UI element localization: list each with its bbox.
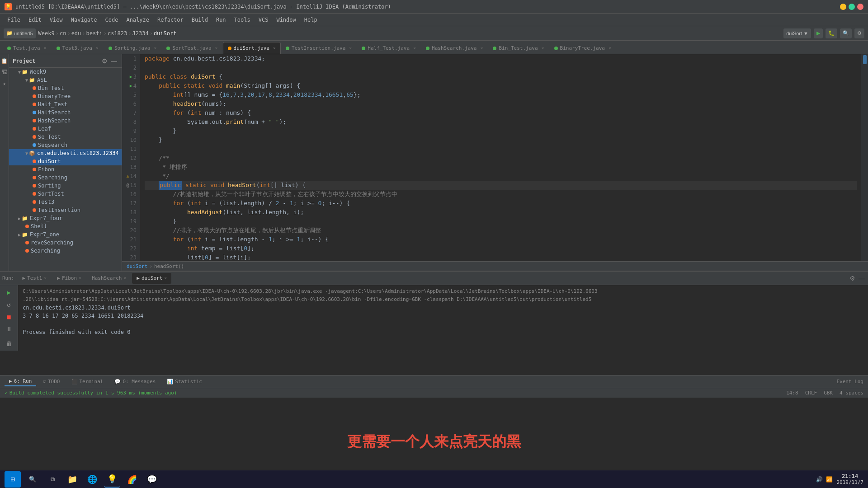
file-charset[interactable]: GBK bbox=[824, 390, 833, 396]
menu-run[interactable]: Run bbox=[212, 15, 230, 25]
tree-item-binarytree[interactable]: BinaryTree bbox=[9, 92, 122, 100]
menu-refactor[interactable]: Refactor bbox=[154, 15, 187, 25]
menu-help[interactable]: Help bbox=[301, 15, 321, 25]
tab-duisort[interactable]: duiSort.java × bbox=[223, 42, 281, 54]
search-button[interactable]: 🔍 bbox=[840, 28, 852, 38]
close-icon[interactable]: × bbox=[349, 46, 352, 51]
minimize-button[interactable] bbox=[840, 4, 846, 10]
run-tab-fibon[interactable]: ▶ Fibon × bbox=[52, 273, 86, 284]
search-taskbar[interactable]: 🔍 bbox=[24, 471, 41, 488]
close-icon[interactable]: × bbox=[542, 46, 544, 51]
tree-item-bintest[interactable]: Bin_Test bbox=[9, 84, 122, 92]
settings-button[interactable]: ⚙ bbox=[854, 28, 864, 38]
sidebar-collapse-button[interactable]: — bbox=[110, 56, 118, 66]
breadcrumb-cs1823[interactable]: cs1823 bbox=[108, 30, 127, 37]
code-editor[interactable]: package cn.edu.besti.cs1823.J2334; publi… bbox=[140, 54, 861, 261]
line-endings[interactable]: CRLF bbox=[805, 390, 817, 396]
tab-sorttest[interactable]: SortTest.java × bbox=[161, 42, 222, 54]
start-button[interactable]: ⊞ bbox=[5, 471, 21, 488]
structure-icon[interactable]: 🏗 bbox=[0, 68, 9, 77]
bottom-tab-messages[interactable]: 💬 0: Messages bbox=[110, 377, 160, 386]
run-tab-close[interactable]: × bbox=[44, 276, 47, 281]
close-icon[interactable]: × bbox=[413, 46, 416, 51]
project-selector[interactable]: 📁 untitled5 bbox=[4, 28, 36, 38]
event-log-link[interactable]: Event Log bbox=[836, 379, 863, 385]
breadcrumb-headsort-method[interactable]: headSort() bbox=[154, 263, 184, 269]
tree-item-test3[interactable]: Test3 bbox=[9, 198, 122, 206]
breadcrumb-duisort[interactable]: duiSort bbox=[154, 30, 177, 37]
menu-file[interactable]: File bbox=[4, 15, 24, 25]
taskbar-chrome[interactable]: 🌈 bbox=[124, 471, 140, 488]
tab-testinsertion[interactable]: TestInsertion.java × bbox=[281, 42, 357, 54]
run-config-selector[interactable]: duiSort ▼ bbox=[783, 28, 811, 38]
tree-item-hashsearch[interactable]: HashSearch bbox=[9, 117, 122, 125]
menu-code[interactable]: Code bbox=[102, 15, 122, 25]
tree-item-revesearching[interactable]: reveSearching bbox=[9, 239, 122, 247]
tree-item-halfsearch[interactable]: HalfSearch bbox=[9, 108, 122, 117]
tree-item-searching[interactable]: Searching bbox=[9, 174, 122, 182]
taskview-button[interactable]: ⧉ bbox=[44, 471, 61, 488]
run-rerun-button[interactable]: ↺ bbox=[4, 300, 14, 310]
run-tab-close[interactable]: × bbox=[164, 276, 167, 281]
menu-window[interactable]: Window bbox=[273, 15, 299, 25]
tab-bintest[interactable]: Bin_Test.java × bbox=[488, 42, 549, 54]
tree-item-expr7one[interactable]: ▶ 📁 Expr7_one bbox=[9, 230, 122, 239]
close-icon[interactable]: × bbox=[480, 46, 483, 51]
run-tab-duisort[interactable]: ▶ duiSort × bbox=[132, 273, 171, 284]
run-stop-button[interactable]: ■ bbox=[4, 312, 14, 322]
taskbar-edge[interactable]: 🌐 bbox=[84, 471, 100, 488]
tab-test[interactable]: Test.java × bbox=[2, 42, 52, 54]
breadcrumb-besti[interactable]: besti bbox=[86, 30, 103, 37]
close-icon[interactable]: × bbox=[44, 46, 47, 51]
menu-edit[interactable]: Edit bbox=[25, 15, 45, 25]
tree-item-shell[interactable]: Shell bbox=[9, 222, 122, 230]
close-icon[interactable]: × bbox=[273, 46, 276, 51]
tree-item-halftest[interactable]: Half_Test bbox=[9, 100, 122, 108]
run-settings-button[interactable]: ⚙ bbox=[849, 274, 856, 283]
close-icon[interactable]: × bbox=[96, 46, 99, 51]
taskbar-intellij[interactable]: 💡 bbox=[104, 471, 120, 488]
taskbar-wechat[interactable]: 💬 bbox=[144, 471, 160, 488]
close-icon[interactable]: × bbox=[215, 46, 218, 51]
menu-navigate[interactable]: Navigate bbox=[67, 15, 101, 25]
tree-item-cn-package[interactable]: ▼ 📦 cn.edu.besti.cs1823.J2334 bbox=[9, 149, 122, 157]
run-close-button[interactable]: — bbox=[858, 274, 866, 283]
run-button[interactable]: ▶ bbox=[814, 28, 823, 38]
tree-item-sorting[interactable]: Sorting bbox=[9, 182, 122, 190]
menu-analyze[interactable]: Analyze bbox=[123, 15, 153, 25]
maximize-button[interactable] bbox=[849, 4, 855, 10]
menu-tools[interactable]: Tools bbox=[231, 15, 254, 25]
tree-item-setest[interactable]: Se_Test bbox=[9, 133, 122, 141]
indent-info[interactable]: 4 spaces bbox=[840, 390, 863, 396]
menu-build[interactable]: Build bbox=[188, 15, 212, 25]
close-icon[interactable]: × bbox=[609, 46, 611, 51]
tree-item-sorttest[interactable]: SortTest bbox=[9, 190, 122, 198]
breadcrumb-j2334[interactable]: J2334 bbox=[132, 30, 149, 37]
run-play-button[interactable]: ▶ bbox=[4, 287, 14, 297]
menu-view[interactable]: View bbox=[46, 15, 66, 25]
tree-item-duisort[interactable]: duiSort bbox=[9, 157, 122, 165]
tree-item-searching2[interactable]: Searching bbox=[9, 247, 122, 255]
tree-item-leaf[interactable]: Leaf bbox=[9, 125, 122, 133]
breadcrumb-cn[interactable]: cn bbox=[60, 30, 66, 37]
cursor-position[interactable]: 14:8 bbox=[786, 390, 798, 396]
menu-vcs[interactable]: VCS bbox=[255, 15, 272, 25]
tab-test3[interactable]: Test3.java × bbox=[52, 42, 104, 54]
tab-halftest[interactable]: Half_Test.java × bbox=[357, 42, 421, 54]
run-tab-hashsearch[interactable]: HashSearch × bbox=[87, 273, 131, 284]
bottom-tab-terminal[interactable]: ⬛ Terminal bbox=[67, 377, 108, 386]
run-pause-button[interactable]: ⏸ bbox=[4, 324, 14, 334]
taskbar-explorer[interactable]: 📁 bbox=[64, 471, 80, 488]
breadcrumb-edu[interactable]: edu bbox=[71, 30, 81, 37]
window-controls[interactable] bbox=[840, 4, 863, 10]
sidebar-options-button[interactable]: ⚙ bbox=[101, 56, 108, 66]
tree-item-seqsearch[interactable]: Seqsearch bbox=[9, 141, 122, 149]
run-tab-close[interactable]: × bbox=[79, 276, 81, 281]
bottom-tab-statistic[interactable]: 📊 Statistic bbox=[162, 377, 207, 386]
tree-item-asl[interactable]: ▼ 📁 ASL bbox=[9, 76, 122, 84]
run-tab-test1[interactable]: ▶ Test1 × bbox=[18, 273, 52, 284]
tree-item-expr7four[interactable]: ▶ 📁 Expr7_four bbox=[9, 214, 122, 222]
close-button[interactable] bbox=[857, 4, 863, 10]
favorites-icon[interactable]: ★ bbox=[1, 79, 7, 88]
bottom-tab-run[interactable]: ▶ 6: Run bbox=[5, 377, 36, 386]
